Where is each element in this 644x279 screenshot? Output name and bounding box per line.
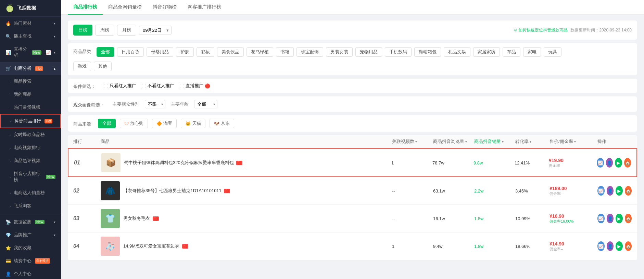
- sidebar-item-anchor-search[interactable]: 🔍 播主查找 ▾: [0, 30, 61, 43]
- live-promo-check[interactable]: 直播推广 🔴: [180, 83, 210, 89]
- table-row: 03 👕 男女秋冬毛衣 🔴 -- 16.1w 1.8w 10.99% ¥16.9…: [68, 205, 637, 232]
- age-select[interactable]: 全部 18-24 25-34 35-44 45+: [194, 100, 217, 108]
- no-kol-check[interactable]: 不看红人推广: [142, 83, 174, 89]
- product-image: 👕: [101, 209, 120, 228]
- product-tag: 🔴: [224, 189, 230, 193]
- sidebar-item-ecom-video-rank[interactable]: · 电商视频排行: [0, 141, 61, 154]
- user-btn[interactable]: 👤: [607, 241, 614, 251]
- shop-btn[interactable]: 🏠: [624, 158, 631, 168]
- trend-btn[interactable]: 📈: [597, 158, 604, 168]
- kol-only-checkbox[interactable]: [104, 84, 108, 88]
- sidebar-item-brand-promo[interactable]: 💎 品牌推广 ▾: [0, 228, 61, 241]
- monthly-btn[interactable]: 月榜: [117, 25, 136, 36]
- th-douyin-sales[interactable]: 商品抖音销量 ▾: [474, 138, 515, 145]
- sidebar-item-hot-material[interactable]: 🔥 热门素材 ▾: [0, 17, 61, 30]
- chevron-icon: ▾: [54, 220, 55, 224]
- th-price-commission[interactable]: 售价/佣金率 ▾: [550, 138, 597, 145]
- trend-btn[interactable]: 📈: [597, 214, 605, 223]
- cat-clothes[interactable]: 男装女装: [326, 47, 353, 57]
- kol-only-check[interactable]: 只看红人推广: [104, 83, 136, 89]
- th-conversion[interactable]: 转化率 ▾: [515, 138, 550, 145]
- related-videos-val: --: [392, 188, 433, 194]
- th-related-videos[interactable]: 关联视频数 ▾: [392, 138, 433, 145]
- cat-digital[interactable]: 手机数码: [385, 47, 412, 57]
- cat-baby[interactable]: 母婴用品: [147, 47, 173, 57]
- daily-btn[interactable]: 日榜: [73, 25, 92, 36]
- cat-daily-goods[interactable]: 日用百货: [117, 47, 144, 57]
- commission-sub: 佣金率--: [550, 247, 597, 252]
- cat-books[interactable]: 书籍: [276, 47, 294, 57]
- user-btn[interactable]: 👤: [606, 158, 613, 168]
- no-kol-checkbox[interactable]: [142, 84, 146, 88]
- top-tabs: 商品排行榜 商品全网销量榜 抖音好物榜 淘客推广排行榜: [61, 0, 644, 15]
- sidebar-item-ecom-talent-rank[interactable]: · 电商达人销量榜: [0, 186, 61, 199]
- cat-other[interactable]: 其他: [94, 62, 112, 71]
- dot-icon: ·: [10, 145, 11, 150]
- sidebar-item-product-review-video[interactable]: · 商品热评视频: [0, 154, 61, 167]
- cat-pet[interactable]: 宠物用品: [355, 47, 382, 57]
- user-btn[interactable]: 👤: [607, 214, 614, 223]
- tab-taobao-promo-rank[interactable]: 淘客推广排行榜: [182, 0, 227, 15]
- price-cell: ¥19.90 佣金率--: [549, 158, 597, 168]
- cat-skincare[interactable]: 护肤: [176, 47, 194, 57]
- sidebar-item-my-product[interactable]: · 我的商品: [0, 88, 61, 101]
- th-douyin-views[interactable]: 商品抖音浏览量 ▾: [433, 138, 474, 145]
- cat-shoes-bags[interactable]: 鞋帽箱包: [414, 47, 441, 57]
- sidebar-item-data-monitor[interactable]: 📡 数据监测 New ▾: [0, 215, 61, 228]
- live-promo-checkbox[interactable]: [180, 84, 184, 88]
- source-tmall[interactable]: 🐱 天猫: [181, 119, 205, 128]
- date-select[interactable]: 09月22日: [139, 26, 172, 35]
- video-btn[interactable]: ▶: [616, 186, 623, 196]
- sidebar-item-ecom-analysis[interactable]: 🛒 电商分析 Hot ▴: [0, 62, 61, 75]
- cat-games[interactable]: 游戏: [73, 62, 91, 71]
- cat-flower-plant[interactable]: 花鸟绿植: [247, 47, 273, 57]
- video-btn[interactable]: ▶: [616, 241, 623, 251]
- cat-all[interactable]: 全部: [97, 47, 114, 57]
- update-time: 数据更新时间：2020-09-23 14:00: [570, 27, 632, 33]
- sidebar-item-hot-carry-video[interactable]: · 热门带货视频: [0, 101, 61, 114]
- user-btn[interactable]: 👤: [607, 186, 614, 196]
- cat-toys[interactable]: 玩具: [544, 47, 561, 57]
- tab-product-sale-rank[interactable]: 商品全网销量榜: [103, 0, 147, 15]
- source-jd[interactable]: 🐶 京东: [210, 119, 234, 128]
- tab-product-rank[interactable]: 商品排行榜: [68, 0, 103, 15]
- source-放心购[interactable]: 🛡 放心购: [120, 119, 148, 128]
- sidebar-item-live-analysis[interactable]: 📊 直播分析 New 📈 ▾: [0, 43, 61, 62]
- info-link[interactable]: ⊙ 如何快速定位抖音爆款商品: [514, 27, 568, 33]
- shop-btn[interactable]: 🏠: [625, 186, 632, 196]
- shop-btn[interactable]: 🏠: [625, 214, 632, 223]
- video-btn[interactable]: ▶: [616, 214, 623, 223]
- sidebar-item-product-search[interactable]: · 商品搜索: [0, 75, 61, 88]
- cat-car[interactable]: 车品: [503, 47, 520, 57]
- cat-appliances[interactable]: 家电: [523, 47, 541, 57]
- cat-gifts[interactable]: 礼品文娱: [444, 47, 470, 57]
- source-taobao[interactable]: 🔶 淘宝: [152, 119, 177, 128]
- trend-btn[interactable]: 📈: [597, 186, 605, 196]
- sidebar-item-douyin-shop-rank[interactable]: · 抖音小店排行榜 New: [0, 167, 61, 186]
- douyin-sales-val: 9.8w: [473, 160, 515, 165]
- audience-label: 观众画像筛选：: [73, 101, 104, 108]
- sidebar-item-douyin-rank[interactable]: · 抖音商品排行 Hot: [0, 114, 61, 128]
- dot-icon: ·: [10, 203, 11, 209]
- sidebar-item-taobao-fly[interactable]: · 飞瓜淘客: [0, 199, 61, 212]
- cat-food[interactable]: 美食饮品: [217, 47, 244, 57]
- cat-makeup[interactable]: 彩妆: [197, 47, 214, 57]
- douyin-sales-val: 2.2w: [474, 188, 515, 194]
- shop-btn[interactable]: 🏠: [625, 241, 632, 251]
- tab-douyin-good[interactable]: 抖音好物榜: [147, 0, 182, 15]
- cat-home[interactable]: 家居家纺: [473, 47, 500, 57]
- sidebar-item-personal-center[interactable]: 👤 个人中心: [0, 267, 61, 279]
- trend-btn[interactable]: 📈: [597, 241, 605, 251]
- sidebar-item-my-collection[interactable]: ⭐ 我的收藏: [0, 241, 61, 254]
- gender-select[interactable]: 不限 男 女: [145, 100, 165, 108]
- new-badge: New: [46, 175, 55, 179]
- video-btn[interactable]: ▶: [615, 158, 622, 168]
- cat-jewelry[interactable]: 珠宝配饰: [296, 47, 323, 57]
- sidebar-item-renewal-center[interactable]: 💳 续费中心 年付6折: [0, 254, 61, 267]
- product-cell: 📦 蜀中桃子姐钵钵鸡调料包320克冷锅麻辣烫串串香底料包 🔴: [101, 153, 391, 172]
- weekly-btn[interactable]: 周榜: [95, 25, 114, 36]
- source-all[interactable]: 全部: [98, 119, 116, 128]
- sidebar-item-realtime-hot[interactable]: · 实时爆款商品榜: [0, 128, 61, 141]
- commission-sub: 佣金率--: [549, 163, 597, 168]
- condition-row: 条件筛选： 只看红人推广 不看红人推广 直播推广 🔴: [68, 79, 637, 93]
